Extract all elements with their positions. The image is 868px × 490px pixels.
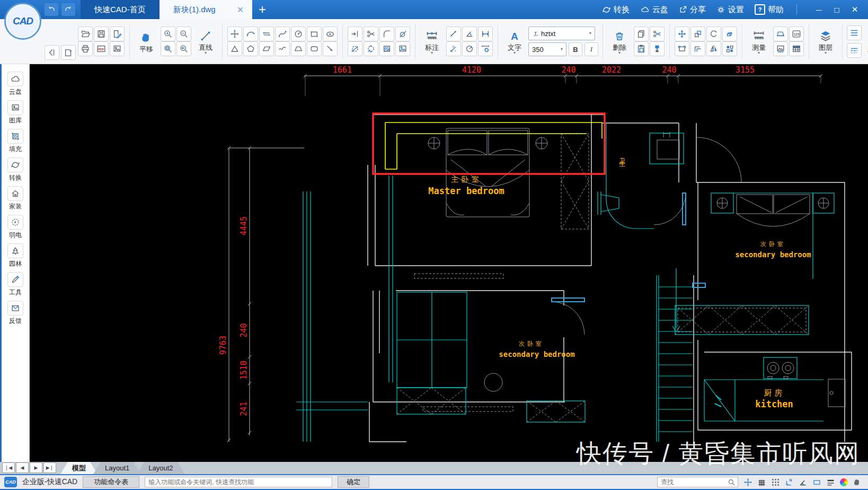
copy-button[interactable] <box>634 27 649 41</box>
ellipse-tool-button[interactable] <box>323 27 338 41</box>
text-tool[interactable]: A 文字 ▾ <box>502 28 527 55</box>
save-as-button[interactable] <box>110 27 125 41</box>
xline-tool-button[interactable] <box>227 27 242 41</box>
confirm-button[interactable]: 确定 <box>338 476 369 488</box>
close-button[interactable]: ✕ <box>846 2 864 17</box>
count-button[interactable]: 123 <box>789 27 804 41</box>
format-brush-button[interactable] <box>650 41 665 56</box>
new-tab-button[interactable]: + <box>259 2 266 17</box>
area-measure-button[interactable] <box>773 27 788 41</box>
app-logo[interactable]: CAD <box>4 3 41 40</box>
tab-document[interactable]: 新块(1).dwg ✕ <box>160 0 252 19</box>
text-size-select[interactable]: 350 ▾ <box>528 42 566 56</box>
leader-arrow-tool-button[interactable] <box>323 41 338 56</box>
dim-radius-button[interactable] <box>462 41 477 56</box>
parallel-tool-button[interactable] <box>259 27 274 41</box>
ortho-icon[interactable] <box>812 478 821 487</box>
parallelogram-tool-button[interactable] <box>259 41 274 56</box>
tab-close-icon[interactable]: ✕ <box>237 5 244 15</box>
dim-aligned-button[interactable] <box>446 27 461 41</box>
fillet-tool-button[interactable] <box>379 27 394 41</box>
pan-hand-icon[interactable] <box>853 478 862 487</box>
convert-button[interactable]: 转换 <box>602 5 630 15</box>
save-button[interactable] <box>94 27 109 41</box>
pentagon-tool-button[interactable] <box>243 41 258 56</box>
zoom-window-button[interactable] <box>161 41 175 56</box>
mirror-tool-button[interactable] <box>706 41 721 56</box>
snap-icon[interactable] <box>743 478 752 487</box>
sidebar-item-feedback[interactable]: 反馈 <box>7 301 23 326</box>
sidebar-item-hatch[interactable]: 填充 <box>7 129 23 154</box>
line-tool[interactable]: 直线 ▾ <box>193 28 218 55</box>
delete-tool[interactable]: 删除 ▾ <box>607 28 632 55</box>
layers-tool[interactable]: 图层 ▾ <box>813 28 838 55</box>
cloud-button[interactable]: 云盘 <box>640 5 668 15</box>
cut-button[interactable] <box>650 27 665 41</box>
next-tab-icon[interactable]: ▶ <box>30 462 42 473</box>
linetype-scale-button[interactable] <box>847 43 862 58</box>
wipeout-tool-button[interactable] <box>395 41 410 56</box>
triangle-tool-button[interactable] <box>227 41 242 56</box>
break-circle-tool-button[interactable] <box>348 41 362 56</box>
dimension-tool[interactable]: 标注 ▾ <box>420 28 444 55</box>
back-icon[interactable] <box>45 3 58 16</box>
font-select[interactable]: hztxt ▾ <box>528 27 595 40</box>
share-button[interactable]: 分享 <box>679 5 706 15</box>
minimize-button[interactable]: ─ <box>810 2 828 17</box>
sidebar-item-convert[interactable]: 转换 <box>7 158 23 182</box>
image-measure-button[interactable] <box>773 41 788 56</box>
forward-icon[interactable] <box>61 3 75 16</box>
open-file-button[interactable] <box>78 27 93 41</box>
last-tab-icon[interactable]: ▶❘ <box>43 462 56 473</box>
export-image-button[interactable] <box>110 41 125 56</box>
pan-tool[interactable]: 平移 <box>134 30 158 53</box>
maximize-button[interactable]: □ <box>828 2 846 17</box>
lineweight-icon[interactable] <box>826 478 835 487</box>
array-tool-button[interactable] <box>722 41 737 56</box>
color-tool[interactable]: 颜色 <box>863 30 868 53</box>
dim-style-button[interactable] <box>478 41 493 56</box>
zoom-previous-button[interactable] <box>176 41 191 56</box>
command-search-input[interactable] <box>145 477 332 487</box>
circle-tool-button[interactable] <box>291 27 306 41</box>
trim-tool-button[interactable] <box>364 27 378 41</box>
dot-grid-icon[interactable] <box>771 478 780 487</box>
zoom-in-button[interactable] <box>161 27 175 41</box>
coord-icon[interactable]: N <box>785 478 794 487</box>
table-button[interactable] <box>789 41 804 56</box>
sidebar-item-garden[interactable]: 园林 <box>7 243 23 268</box>
trapezoid-tool-button[interactable] <box>291 41 306 56</box>
circle-cut-tool-button[interactable] <box>395 27 410 41</box>
hatch-tool-button[interactable] <box>379 41 394 56</box>
print-button[interactable] <box>78 41 93 56</box>
linetype-button[interactable] <box>847 25 862 40</box>
previous-doc-button[interactable] <box>45 45 59 60</box>
settings-button[interactable]: 设置 <box>716 5 744 15</box>
spline-tool-button[interactable] <box>275 27 290 41</box>
measure-tool[interactable]: 测量 ▾ <box>747 28 771 55</box>
curve-tool-button[interactable] <box>275 41 290 56</box>
search-icon[interactable] <box>728 478 736 486</box>
edit-circle-tool-button[interactable] <box>364 41 378 56</box>
first-tab-icon[interactable]: ❘◀ <box>2 462 15 473</box>
offset-tool-button[interactable] <box>690 41 705 56</box>
find-box[interactable] <box>657 477 738 487</box>
rectangle-tool-button[interactable] <box>307 27 322 41</box>
dim-angular-button[interactable] <box>462 27 477 41</box>
arc-tool-button[interactable] <box>243 27 258 41</box>
tab-model[interactable]: 模型 <box>60 462 98 474</box>
rounded-rect-tool-button[interactable] <box>307 41 322 56</box>
zoom-out-button[interactable] <box>176 27 191 41</box>
scale-tool-button[interactable] <box>690 27 705 41</box>
export-pdf-button[interactable]: PDF <box>94 41 109 56</box>
tab-layout2[interactable]: Layout2 <box>137 462 184 474</box>
sidebar-item-low-voltage[interactable]: 弱电 <box>7 215 23 240</box>
prev-tab-icon[interactable]: ◀ <box>16 462 29 473</box>
tab-home[interactable]: 快速CAD-首页 <box>81 0 160 19</box>
sidebar-item-home-decor[interactable]: 家装 <box>7 186 23 211</box>
dim-linear-button[interactable] <box>478 27 493 41</box>
find-input[interactable] <box>658 478 728 486</box>
italic-button[interactable]: I <box>584 42 598 56</box>
paste-button[interactable] <box>634 41 649 56</box>
sidebar-item-tools[interactable]: 工具 <box>7 272 23 297</box>
